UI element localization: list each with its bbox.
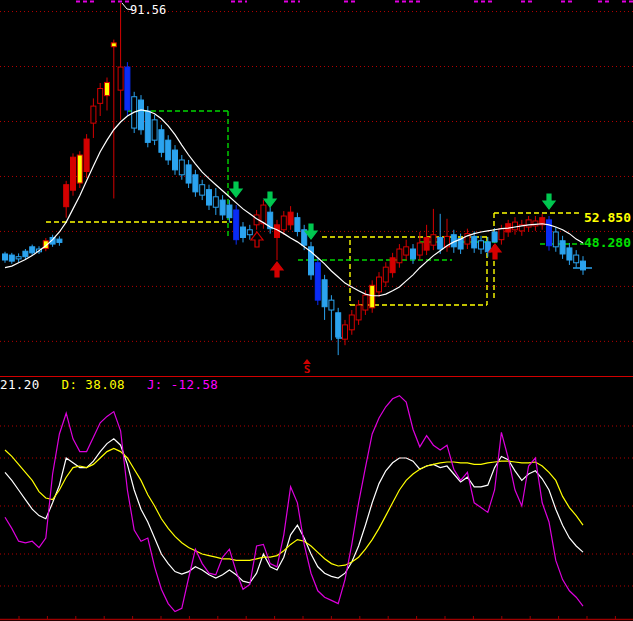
sell-signal-marker: S bbox=[300, 359, 314, 375]
kdj-d-value: D: 38.08 bbox=[62, 377, 125, 392]
box-lower-price-label: 48.280 bbox=[584, 236, 631, 249]
price-panel bbox=[0, 2, 633, 356]
sell-marker-letter: S bbox=[300, 364, 314, 375]
indicator-panel bbox=[0, 396, 633, 612]
chart-canvas[interactable] bbox=[0, 0, 633, 621]
kdj-k-value: 21.20 bbox=[0, 377, 40, 392]
panel-divider bbox=[0, 377, 633, 620]
box-upper-price-label: 52.850 bbox=[584, 211, 631, 224]
stock-chart-window: 91.56 52.850 48.280 S 21.20 D: 38.08 J: … bbox=[0, 0, 633, 621]
kdj-j-value: J: -12.58 bbox=[147, 377, 218, 392]
kdj-values-row: 21.20 D: 38.08 J: -12.58 bbox=[0, 377, 232, 390]
high-price-callout: 91.56 bbox=[130, 4, 166, 16]
